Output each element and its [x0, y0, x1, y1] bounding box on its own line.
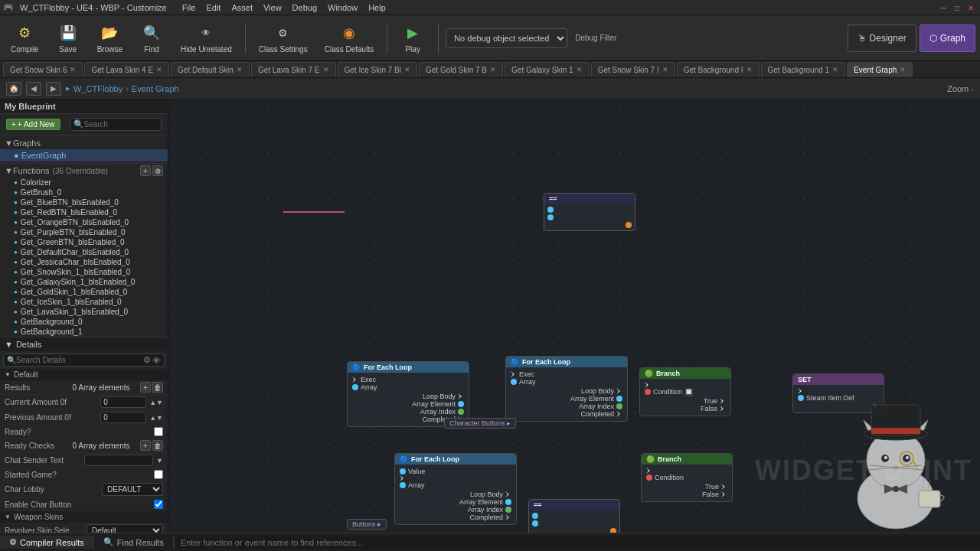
menu-window[interactable]: Window [328, 3, 358, 12]
chat-sender-dropdown[interactable]: ▼ [156, 457, 163, 465]
eye-icon[interactable]: 👁 [152, 356, 161, 365]
close-button[interactable]: ✕ [965, 2, 977, 14]
func-getdefaultchar[interactable]: ●Get_DefaultChar_blsEnabled_0 [0, 247, 168, 257]
tab-get-ice-skin-7bl[interactable]: Get Ice Skin 7 Bl✕ [338, 62, 417, 77]
override-function-button[interactable]: ⊕ [152, 165, 163, 176]
class-defaults-button[interactable]: ◉ Class Defaults [318, 19, 380, 57]
tab-get-background-i[interactable]: Get Background I✕ [677, 62, 760, 77]
node-branch-1[interactable]: 🟢 Branch Condition 🔲 True False [639, 367, 731, 416]
tab-close-0[interactable]: ✕ [70, 66, 76, 73]
func-getgreenbtn[interactable]: ●Get_GreenBTN_blsEnabled_0 [0, 237, 168, 247]
tab-get-lava-skin-4e[interactable]: Get Lava Skin 4 E✕ [84, 62, 169, 77]
tab-close-8[interactable]: ✕ [746, 66, 753, 73]
current-amount-input[interactable] [100, 396, 146, 408]
tab-close-10[interactable]: ✕ [900, 66, 906, 73]
tab-get-galaxy-skin[interactable]: Get Galaxy Skin 1✕ [505, 62, 590, 77]
class-settings-button[interactable]: ⚙ Class Settings [253, 19, 314, 57]
func-colorizer[interactable]: ●Colorizer [0, 178, 168, 187]
menu-file[interactable]: File [182, 3, 196, 12]
graph-canvas[interactable]: == 🔵 For Each Loop Exec Array Loop Body [168, 99, 980, 533]
graph-button[interactable]: ⬡ Graph [920, 24, 975, 52]
func-getbackground0[interactable]: ●GetBackground_0 [0, 317, 168, 327]
func-getorangebtn[interactable]: ●Get_OrangeBTN_blsEnabled_0 [0, 217, 168, 227]
results-remove-btn[interactable]: 🗑 [152, 382, 163, 393]
ready-checkbox[interactable] [154, 427, 163, 436]
minimize-button[interactable]: ─ [937, 2, 949, 14]
breadcrumb-forward[interactable]: ▶ [46, 82, 61, 96]
chat-sender-input[interactable] [84, 455, 153, 466]
weapon-skins-section[interactable]: ▼ Weapon Skins [0, 511, 168, 523]
node-equals-top[interactable]: == [544, 193, 635, 231]
tab-close-7[interactable]: ✕ [662, 66, 668, 73]
menu-asset[interactable]: Asset [231, 3, 253, 12]
add-function-button[interactable]: + [140, 165, 151, 176]
search-details-input[interactable] [16, 356, 143, 364]
func-getgoldskin[interactable]: ●Get_GoldSkin_1_blsEnabled_0 [0, 287, 168, 297]
func-getbrush0[interactable]: ●GetBrush_0 [0, 187, 168, 197]
debug-select[interactable]: No debug object selected [446, 28, 567, 48]
previous-amount-spinner[interactable]: ▲▼ [149, 414, 163, 422]
event-graph-item[interactable]: ● EventGraph [0, 149, 168, 161]
breadcrumb-root[interactable]: W_CTFlobby [74, 84, 122, 93]
menu-view[interactable]: View [263, 3, 282, 12]
tab-close-1[interactable]: ✕ [156, 66, 162, 73]
breadcrumb-current[interactable]: Event Graph [132, 84, 179, 93]
tab-event-graph[interactable]: Event Graph✕ [847, 62, 913, 77]
func-getlavaskin[interactable]: ●Get_LavaSkin_1_blsEnabled_0 [0, 307, 168, 317]
node-branch-2[interactable]: 🟢 Branch Condition True False [641, 453, 733, 502]
hide-unrelated-button[interactable]: 👁 Hide Unrelated [175, 19, 238, 57]
tab-get-snow-skin-6[interactable]: Get Snow Skin 6✕ [3, 62, 83, 77]
func-getsnowskin[interactable]: ●Get_SnowSkin_1_blsEnabled_0 [0, 267, 168, 277]
settings-icon[interactable]: ⚙ [143, 355, 151, 365]
tab-get-background-1[interactable]: Get Background 1✕ [761, 62, 846, 77]
node-foreach-2[interactable]: 🔵 For Each Loop Exec Array Loop Body Arr… [505, 356, 628, 422]
func-geticeskin[interactable]: ●Get_IceSkin_1_blsEnabled_0 [0, 297, 168, 307]
breadcrumb-back[interactable]: ◀ [26, 82, 41, 96]
tab-close-9[interactable]: ✕ [832, 66, 838, 73]
tab-get-gold-skin-7b[interactable]: Get Gold Skin 7 B✕ [419, 62, 503, 77]
details-header[interactable]: ▼ Details [0, 337, 168, 351]
ready-checks-add-btn[interactable]: + [140, 440, 151, 451]
node-foreach-3[interactable]: 🔵 For Each Loop Value Array Loop Body Ar… [394, 453, 517, 525]
compile-results-tab[interactable]: ⚙ Compiler Results [0, 536, 94, 549]
tab-close-2[interactable]: ✕ [237, 66, 243, 73]
revolver-skin-select[interactable]: Default [87, 524, 163, 533]
enable-char-checkbox[interactable] [154, 500, 163, 509]
search-input[interactable] [84, 120, 158, 129]
menu-edit[interactable]: Edit [206, 3, 220, 12]
tab-close-6[interactable]: ✕ [577, 66, 583, 73]
find-results-tab[interactable]: 🔍 Find Results [94, 536, 174, 549]
default-section[interactable]: ▼ Default [0, 369, 168, 380]
previous-amount-input[interactable] [100, 412, 146, 423]
designer-button[interactable]: 🖱 Designer [848, 24, 916, 52]
find-bar-input[interactable] [174, 536, 980, 549]
tab-get-lava-skin-7e[interactable]: Get Lava Skin 7 E✕ [251, 62, 336, 77]
func-getbackground1[interactable]: ●GetBackground_1 [0, 327, 168, 337]
func-getpurplebtn[interactable]: ●Get_PurpleBTN_blsEnabled_0 [0, 227, 168, 237]
menu-debug[interactable]: Debug [292, 3, 317, 12]
menu-help[interactable]: Help [368, 3, 386, 12]
node-set[interactable]: SET Steam Item Def [792, 373, 884, 413]
ready-checks-remove-btn[interactable]: 🗑 [152, 440, 163, 451]
breadcrumb-home[interactable]: 🏠 [6, 82, 21, 96]
save-button[interactable]: 💾 Save [50, 19, 87, 57]
node-equals-bottom[interactable]: == [528, 499, 620, 533]
compile-button[interactable]: ⚙ Compile [5, 19, 45, 57]
func-getredbtn[interactable]: ●Get_RedBTN_blsEnabled_0 [0, 207, 168, 217]
char-lobby-select[interactable]: DEFAULT [102, 483, 163, 496]
graphs-header[interactable]: ▼ Graphs [0, 137, 168, 149]
add-new-button[interactable]: + + Add New [6, 119, 60, 130]
func-getgalaxyskin[interactable]: ●Get_GalaxySkin_1_blsEnabled_0 [0, 277, 168, 287]
tab-close-3[interactable]: ✕ [323, 66, 329, 73]
started-game-checkbox[interactable] [154, 470, 163, 479]
func-getbluebtn[interactable]: ●Get_BlueBTN_blsEnabled_0 [0, 197, 168, 207]
maximize-button[interactable]: □ [951, 2, 963, 14]
func-getjessicachar[interactable]: ●Get_JessicaChar_blsEnabled_0 [0, 257, 168, 267]
find-button[interactable]: 🔍 Find [133, 19, 170, 57]
browse-button[interactable]: 📂 Browse [91, 19, 129, 57]
results-add-btn[interactable]: + [140, 382, 151, 393]
functions-header[interactable]: ▼ Functions (36 Overridable) + ⊕ [0, 164, 168, 178]
tab-get-default-skin[interactable]: Get Default Skin✕ [171, 62, 250, 77]
tab-get-snow-skin-7i[interactable]: Get Snow Skin 7 I✕ [591, 62, 675, 77]
play-button[interactable]: ▶ Play [394, 19, 431, 57]
